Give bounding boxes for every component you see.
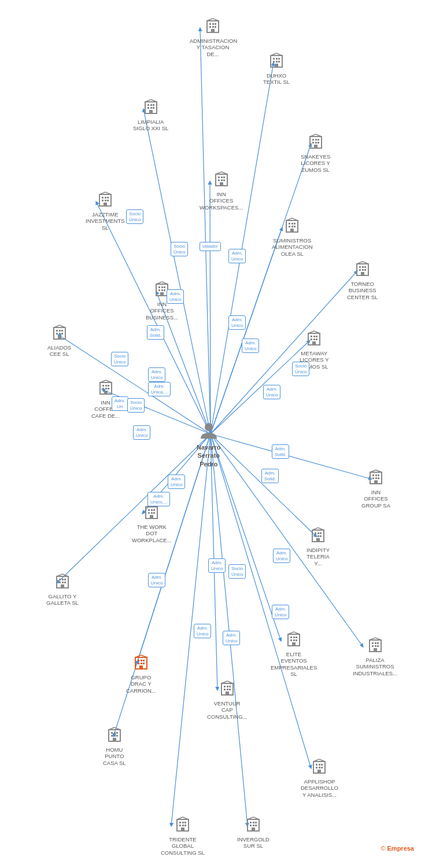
node-label: GALLITO YGALLETA SL: [46, 593, 79, 606]
role-badge-12: Adm.Unico: [228, 315, 246, 330]
svg-rect-181: [64, 582, 66, 583]
building-icon: [245, 816, 261, 835]
svg-rect-239: [316, 767, 317, 768]
role-badge-3: Adm.Unico: [228, 249, 246, 263]
company-node-aliados_cee[interactable]: ALIADOSCEE SL: [47, 324, 71, 358]
company-node-ventuur[interactable]: VENTUURCAPCONSULTING...: [207, 680, 248, 720]
company-node-paliza[interactable]: PALIZASUMINISTROSINDUSTRIALES...: [353, 637, 397, 676]
building-icon: [51, 324, 68, 343]
center-node: NavarroSerratoPedro: [197, 420, 221, 468]
building-icon: [286, 631, 302, 650]
svg-rect-202: [374, 648, 377, 652]
svg-rect-42: [275, 64, 278, 67]
company-node-gallito[interactable]: GALLITO YGALLETA SL: [46, 573, 79, 606]
company-node-snakeyes[interactable]: SNAKEYESLICORES YZUMOS SL: [301, 133, 330, 173]
svg-rect-112: [160, 292, 164, 296]
company-node-elite_eventos[interactable]: ELITEEVENTOSEMPRESARIALES SL: [271, 631, 317, 678]
svg-rect-161: [153, 512, 155, 514]
svg-rect-86: [289, 223, 290, 225]
svg-rect-206: [138, 660, 139, 661]
svg-rect-168: [320, 532, 322, 534]
svg-rect-30: [212, 26, 214, 28]
node-label: PALIZASUMINISTROSINDUSTRIALES...: [353, 657, 397, 676]
svg-rect-196: [372, 642, 374, 644]
role-badge-5: Adm.Solid.: [147, 325, 164, 340]
company-node-invergold[interactable]: INVERGOLDSUR SL: [237, 816, 269, 849]
building-icon: [175, 816, 191, 835]
svg-rect-170: [317, 535, 319, 537]
svg-rect-99: [359, 269, 361, 271]
svg-rect-126: [311, 336, 312, 337]
building-icon: [354, 260, 371, 279]
company-node-duhxo_textil[interactable]: DUHXOTEXTIL SL: [263, 52, 290, 86]
svg-rect-96: [359, 266, 361, 268]
svg-rect-40: [276, 61, 278, 62]
node-label: ADMINISTRACIONY TASACIONDE...: [190, 38, 236, 57]
company-node-tridente[interactable]: TRIDENTEGLOBALCONSULTING SL: [161, 816, 205, 856]
svg-point-24: [205, 423, 213, 431]
svg-rect-137: [105, 385, 107, 387]
company-node-admin_tasacion[interactable]: ADMINISTRACIONY TASACIONDE...: [190, 17, 236, 57]
role-badge-16: Adm.Solid.: [272, 444, 289, 459]
svg-rect-188: [296, 637, 297, 638]
svg-rect-248: [184, 822, 186, 823]
svg-rect-39: [273, 61, 275, 62]
node-label: INDIPITYTELERIAY...: [306, 547, 330, 567]
svg-rect-166: [315, 532, 316, 534]
building-icon: [311, 758, 327, 777]
company-node-jazztime[interactable]: JAZZTIMEINVESTMENTSSL: [86, 191, 125, 231]
svg-rect-211: [143, 663, 145, 664]
svg-rect-60: [315, 142, 317, 144]
svg-rect-142: [104, 391, 108, 394]
svg-rect-237: [319, 764, 320, 766]
svg-rect-169: [315, 535, 316, 537]
svg-rect-111: [164, 289, 165, 291]
company-node-torneo[interactable]: TORNEOBUSINESSCENTER SL: [347, 260, 378, 300]
company-node-grupo_drac[interactable]: GRUPODRAC YCARRION...: [126, 654, 156, 694]
role-badge-23: Adm.Unico: [273, 549, 290, 563]
building-icon: [143, 98, 159, 117]
svg-line-6: [211, 227, 282, 434]
node-label: INVERGOLDSUR SL: [237, 836, 269, 849]
center-label: NavarroSerratoPedro: [197, 443, 221, 468]
svg-rect-238: [321, 764, 323, 766]
building-icon: [284, 217, 300, 236]
role-badge-7: Adm.Unico: [148, 367, 165, 382]
svg-rect-258: [255, 822, 257, 823]
svg-rect-56: [312, 139, 314, 141]
svg-rect-159: [148, 512, 150, 514]
node-label: TORNEOBUSINESSCENTER SL: [347, 281, 378, 300]
svg-rect-230: [114, 735, 116, 737]
svg-line-9: [58, 334, 211, 434]
svg-rect-261: [255, 825, 257, 826]
svg-rect-31: [215, 26, 216, 28]
svg-rect-158: [153, 509, 155, 511]
role-badge-1: SocioÚnico: [171, 242, 188, 256]
company-node-inn_offices_group[interactable]: INNOFFICESGROUP SA: [361, 469, 390, 509]
company-node-homu[interactable]: HOMUPUNTOCASA SL: [103, 726, 126, 766]
building-icon: [308, 133, 324, 152]
company-node-limpialia[interactable]: LIMPIALIASIGLO XXI SL: [133, 98, 168, 132]
role-badge-14: SocioÚnico: [292, 362, 309, 376]
svg-rect-177: [62, 579, 64, 580]
svg-rect-220: [227, 689, 228, 690]
node-label: TRIDENTEGLOBALCONSULTING SL: [161, 836, 205, 856]
svg-rect-102: [361, 272, 364, 275]
svg-rect-118: [61, 330, 63, 332]
company-node-suministros_olea[interactable]: SUMINISTROSALIMENTACIONOLEA SL: [272, 217, 313, 257]
node-label: APPLISHOPDESARROLLOY ANALISIS...: [301, 778, 338, 798]
node-label: DUHXOTEXTIL SL: [263, 72, 290, 86]
role-badge-17: Adm.Solid.: [261, 469, 279, 483]
svg-rect-187: [293, 637, 295, 638]
svg-rect-208: [143, 660, 145, 661]
svg-rect-78: [223, 176, 225, 178]
svg-rect-116: [56, 330, 58, 332]
svg-rect-198: [377, 642, 379, 644]
svg-rect-130: [313, 339, 315, 340]
svg-line-16: [211, 434, 281, 641]
company-node-inn_offices_workspaces[interactable]: INNOFFICESWORKSPACES...: [200, 171, 243, 211]
company-node-indipity[interactable]: INDIPITYTELERIAY...: [306, 527, 330, 567]
svg-rect-28: [215, 23, 216, 25]
company-node-the_work_dot[interactable]: THE WORKDOTWORKPLACE...: [132, 503, 172, 543]
company-node-applishop[interactable]: APPLISHOPDESARROLLOY ANALISIS...: [301, 758, 338, 798]
